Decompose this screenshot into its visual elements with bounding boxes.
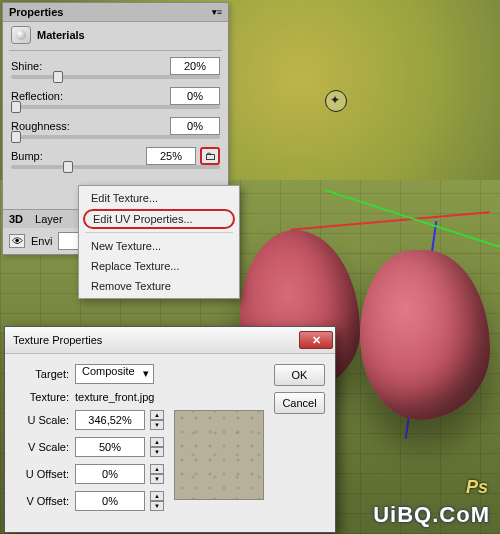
u-offset-label: U Offset: — [15, 468, 69, 480]
materials-section-header[interactable]: Materials — [3, 22, 228, 48]
v-scale-input[interactable]: 50% — [75, 437, 145, 457]
target-select[interactable]: Composite — [75, 364, 154, 384]
menu-replace-texture[interactable]: Replace Texture... — [81, 256, 237, 276]
roughness-value[interactable]: 0% — [170, 117, 220, 135]
bump-value[interactable]: 25% — [146, 147, 196, 165]
tab-3d[interactable]: 3D — [9, 213, 23, 225]
close-button[interactable]: ✕ — [299, 331, 333, 349]
bump-texture-menu-button[interactable]: 🗀 — [200, 147, 220, 165]
texture-properties-dialog: Texture Properties ✕ Target: Composite T… — [4, 326, 336, 533]
menu-edit-uv-properties[interactable]: Edit UV Properties... — [83, 209, 235, 229]
watermark-ps: Ps — [466, 477, 488, 498]
u-scale-input[interactable]: 346,52% — [75, 410, 145, 430]
target-row: Target: Composite — [15, 364, 264, 384]
visibility-toggle-icon[interactable]: 👁 — [9, 234, 25, 248]
menu-separator — [85, 232, 233, 233]
v-offset-stepper[interactable]: ▲▼ — [150, 491, 164, 511]
environment-label: Envi — [31, 235, 52, 247]
folder-icon: 🗀 — [205, 150, 216, 162]
reflection-value[interactable]: 0% — [170, 87, 220, 105]
roughness-row: Roughness: 0% — [3, 113, 228, 135]
shine-row: Shine: 20% — [3, 53, 228, 75]
menu-new-texture[interactable]: New Texture... — [81, 236, 237, 256]
v-scale-label: V Scale: — [15, 441, 69, 453]
menu-remove-texture[interactable]: Remove Texture — [81, 276, 237, 296]
texture-filename: texture_front.jpg — [75, 391, 155, 403]
materials-section-label: Materials — [37, 29, 85, 41]
u-scale-stepper[interactable]: ▲▼ — [150, 410, 164, 430]
roughness-slider[interactable] — [11, 135, 220, 139]
material-sphere-icon — [11, 26, 31, 44]
close-icon: ✕ — [312, 334, 321, 347]
v-scale-stepper[interactable]: ▲▼ — [150, 437, 164, 457]
reflection-row: Reflection: 0% — [3, 83, 228, 105]
viewport-light-marker[interactable] — [325, 90, 347, 112]
target-label: Target: — [15, 368, 69, 380]
cancel-button[interactable]: Cancel — [274, 392, 325, 414]
bump-row: Bump: 25% 🗀 — [3, 143, 228, 165]
target-value: Composite — [82, 365, 135, 377]
properties-panel-header[interactable]: Properties ▾≡ — [3, 3, 228, 22]
texture-context-menu: Edit Texture... Edit UV Properties... Ne… — [78, 185, 240, 299]
ok-button[interactable]: OK — [274, 364, 325, 386]
texture-row: Texture: texture_front.jpg — [15, 391, 264, 403]
texture-preview-swatch — [174, 410, 264, 500]
v-offset-label: V Offset: — [15, 495, 69, 507]
dialog-title: Texture Properties — [13, 334, 102, 346]
u-scale-label: U Scale: — [15, 414, 69, 426]
reflection-slider[interactable] — [11, 105, 220, 109]
properties-panel-title: Properties — [9, 6, 63, 18]
tab-layers[interactable]: Layer — [35, 213, 63, 225]
u-offset-stepper[interactable]: ▲▼ — [150, 464, 164, 484]
bump-label: Bump: — [11, 150, 43, 162]
shine-value[interactable]: 20% — [170, 57, 220, 75]
shine-slider[interactable] — [11, 75, 220, 79]
watermark-site: UiBQ.CoM — [373, 502, 490, 528]
panel-menu-icon[interactable]: ▾≡ — [212, 7, 222, 17]
bump-slider[interactable] — [11, 165, 220, 169]
v-offset-input[interactable]: 0% — [75, 491, 145, 511]
menu-edit-texture[interactable]: Edit Texture... — [81, 188, 237, 208]
u-offset-input[interactable]: 0% — [75, 464, 145, 484]
shine-label: Shine: — [11, 60, 42, 72]
texture-label: Texture: — [15, 391, 69, 403]
dialog-titlebar[interactable]: Texture Properties ✕ — [5, 327, 335, 354]
